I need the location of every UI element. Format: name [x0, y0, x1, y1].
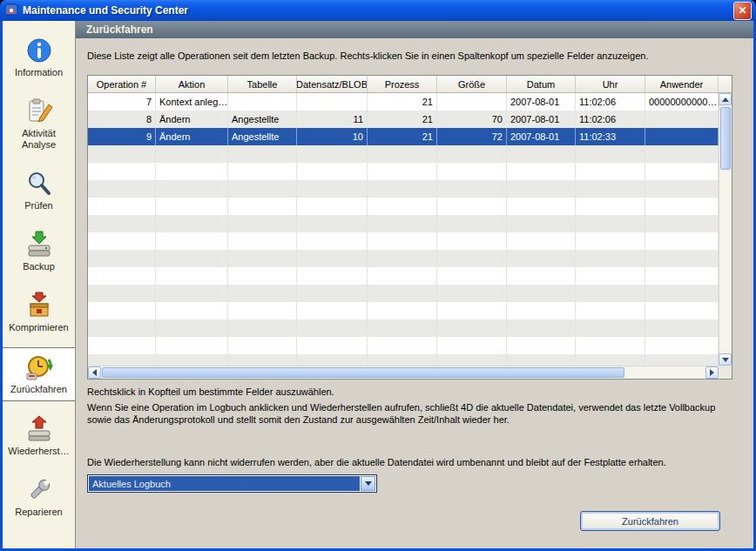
table-row[interactable]: 9ÄndernAngestellte1021722007-08-0111:02:…	[88, 128, 719, 145]
table-cell	[437, 198, 507, 215]
activity-analysis-icon	[24, 97, 54, 125]
window-title: Maintenance und Security Center	[23, 4, 188, 17]
combo-dropdown-button[interactable]	[361, 476, 375, 491]
sidebar-item-aktivitaet-analyse[interactable]: Aktivität Analyse	[3, 92, 75, 156]
sidebar-item-label: Prüfen	[24, 200, 52, 212]
table-cell	[368, 267, 437, 285]
table-cell	[368, 250, 437, 267]
table-cell	[437, 180, 507, 198]
column-header-5[interactable]: Größe	[437, 76, 507, 92]
sidebar-item-komprimieren[interactable]: Komprimieren	[3, 286, 75, 339]
column-header-0[interactable]: Operation #	[88, 76, 156, 92]
table-row[interactable]: 7Kontext anleg…212007-08-0111:02:0600000…	[88, 93, 719, 111]
column-header-2[interactable]: Tabelle	[228, 76, 297, 92]
backup-icon	[24, 231, 54, 259]
table-cell	[228, 163, 297, 180]
sidebar-item-wiederherstellen[interactable]: Wiederherst…	[3, 410, 75, 462]
table-cell	[507, 198, 576, 215]
scroll-up-button[interactable]	[719, 93, 732, 105]
table-cell: 70	[437, 111, 507, 128]
column-header-3[interactable]: Datensatz/BLOB	[297, 76, 368, 92]
table-cell: 2007-08-01	[507, 111, 576, 128]
table-cell	[437, 215, 507, 232]
scroll-down-button[interactable]	[719, 353, 732, 366]
table-row[interactable]	[88, 232, 719, 250]
repair-icon	[24, 476, 54, 504]
table-row[interactable]	[88, 145, 719, 163]
table-cell: 00000000000…	[645, 93, 719, 111]
logbook-select[interactable]: Aktuelles Logbuch	[87, 474, 377, 493]
table-cell	[507, 285, 576, 302]
column-header-1[interactable]: Aktion	[156, 76, 228, 92]
table-cell	[368, 337, 437, 354]
table-cell	[156, 163, 228, 180]
table-cell	[645, 337, 719, 354]
table-cell	[297, 285, 368, 302]
table-cell	[297, 337, 368, 354]
table-cell	[576, 215, 645, 232]
table-cell	[645, 250, 719, 267]
table-cell	[156, 302, 228, 319]
sidebar-item-label: Aktivität Analyse	[4, 128, 73, 151]
table-cell	[88, 180, 156, 198]
table-row[interactable]: 8ÄndernAngestellte1121702007-08-0111:02:…	[88, 111, 719, 128]
zurueckfahren-button[interactable]: Zurückfahren	[580, 511, 720, 531]
sidebar-item-pruefen[interactable]: Prüfen	[3, 165, 75, 217]
table-cell	[88, 354, 156, 366]
table-cell	[156, 145, 228, 163]
table-row[interactable]	[88, 319, 719, 337]
sidebar-item-label: Backup	[23, 261, 55, 272]
horizontal-scrollbar[interactable]	[88, 366, 719, 379]
horizontal-scroll-thumb[interactable]	[102, 367, 624, 378]
table-row[interactable]	[88, 180, 719, 198]
close-button[interactable]: ✕	[733, 2, 752, 20]
table-cell: Ändern	[156, 111, 228, 128]
table-row[interactable]	[88, 250, 719, 267]
table-cell	[645, 180, 719, 198]
restore-explanation-text: Wenn Sie eine Operation im Logbuch ankli…	[87, 401, 739, 426]
sidebar-item-zurueckfahren[interactable]: Zurückfahren	[3, 347, 75, 401]
table-row[interactable]	[88, 267, 719, 285]
column-header-8[interactable]: Anwender	[645, 76, 719, 92]
close-icon: ✕	[738, 4, 746, 17]
table-row[interactable]	[88, 163, 719, 180]
table-cell	[228, 354, 297, 366]
table-cell	[88, 198, 156, 215]
vertical-scrollbar[interactable]	[719, 93, 732, 366]
column-header-4[interactable]: Prozess	[368, 76, 437, 92]
table-cell	[368, 354, 437, 366]
table-cell	[156, 250, 228, 267]
column-header-7[interactable]: Uhr	[576, 76, 645, 92]
table-body: 7Kontext anleg…212007-08-0111:02:0600000…	[88, 93, 719, 366]
info-icon	[24, 37, 54, 64]
table-cell	[437, 250, 507, 267]
sidebar-item-information[interactable]: Information	[3, 31, 75, 84]
table-row[interactable]	[88, 302, 719, 319]
table-cell	[437, 337, 507, 354]
restore-icon	[24, 415, 54, 443]
table-cell	[228, 232, 297, 250]
table-cell	[297, 302, 368, 319]
table-cell: 11:02:06	[576, 93, 645, 111]
table-cell	[297, 215, 368, 232]
table-cell	[645, 319, 719, 337]
table-row[interactable]	[88, 354, 719, 366]
column-header-6[interactable]: Datum	[507, 76, 576, 92]
table-row[interactable]	[88, 337, 719, 354]
sidebar-item-reparieren[interactable]: Reparieren	[3, 471, 75, 523]
table-cell	[88, 285, 156, 302]
table-cell	[576, 145, 645, 163]
table-cell	[368, 180, 437, 198]
scroll-left-button[interactable]	[88, 366, 101, 379]
sidebar-item-label: Komprimieren	[9, 322, 68, 333]
table-row[interactable]	[88, 215, 719, 232]
table-cell	[437, 319, 507, 337]
table-cell	[576, 267, 645, 285]
table-row[interactable]	[88, 198, 719, 215]
table-cell	[156, 267, 228, 285]
table-row[interactable]	[88, 285, 719, 302]
sidebar-item-backup[interactable]: Backup	[3, 225, 75, 278]
vertical-scroll-thumb[interactable]	[720, 107, 731, 170]
scroll-right-button[interactable]	[705, 366, 719, 379]
table-cell	[437, 267, 507, 285]
